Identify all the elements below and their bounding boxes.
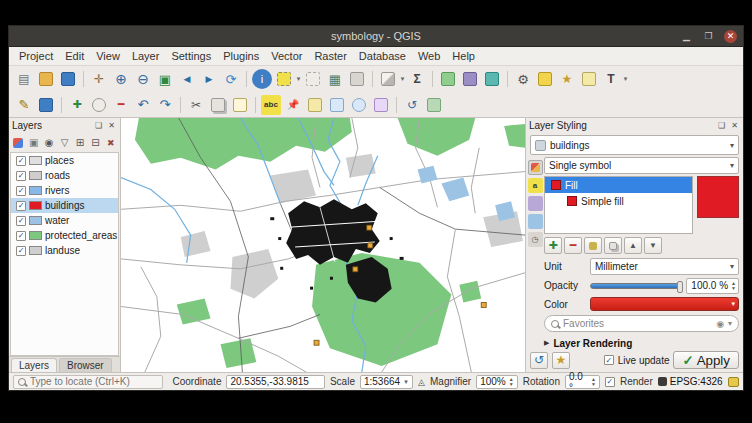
undo-icon[interactable] [133,95,153,115]
apply-button[interactable]: Apply [673,351,739,369]
unit-select[interactable]: Millimeter [590,258,739,275]
save-project-icon[interactable] [58,69,78,89]
chevron-down-icon[interactable] [403,378,409,386]
symbol-node-simple-fill[interactable]: Simple fill [545,193,692,209]
live-update-checkbox[interactable] [604,355,614,365]
chevron-down-icon[interactable]: ▾ [728,319,732,328]
remove-layer-icon[interactable] [104,135,118,151]
zoom-in-icon[interactable] [111,69,131,89]
zoom-full-icon[interactable] [155,69,175,89]
collapse-all-icon[interactable] [88,135,102,151]
python-console-icon[interactable] [535,69,555,89]
undock-panel-icon[interactable] [93,120,104,131]
menu-view[interactable]: View [90,49,126,63]
layer-row-roads[interactable]: roads [11,168,118,183]
open-attribute-table-icon[interactable] [325,69,345,89]
menu-project[interactable]: Project [13,49,59,63]
data-source-manager-icon[interactable] [482,69,502,89]
menu-database[interactable]: Database [353,49,412,63]
statistical-summary-icon[interactable]: Σ [407,69,427,89]
tab-symbology-icon[interactable] [528,160,543,175]
temporal-controller-icon[interactable] [402,95,422,115]
text-annotation-icon[interactable]: T [601,69,621,89]
close-panel-icon[interactable] [729,120,740,131]
layer-checkbox[interactable] [16,186,26,196]
layer-row-rivers[interactable]: rivers [11,183,118,198]
save-edits-icon[interactable] [36,95,56,115]
messages-icon[interactable] [728,377,739,387]
vertex-tool-icon[interactable] [89,95,109,115]
style-history-icon[interactable] [530,352,548,369]
copy-features-icon[interactable] [208,95,228,115]
layer-checkbox[interactable] [16,156,26,166]
add-group-icon[interactable] [26,135,40,151]
maximize-icon[interactable]: ❐ [702,30,715,43]
move-up-icon[interactable] [624,237,642,254]
zoom-out-icon[interactable] [133,69,153,89]
layer-row-water[interactable]: water [11,213,118,228]
undock-panel-icon[interactable] [716,120,727,131]
map-tips-icon[interactable] [579,69,599,89]
tab-layers[interactable]: Layers [11,358,57,372]
layer-rendering-section[interactable]: Layer Rendering [544,336,739,350]
favorites-search[interactable]: Favorites ◉ ▾ [544,315,739,332]
add-feature-icon[interactable] [67,95,87,115]
menu-help[interactable]: Help [446,49,481,63]
tab-history-icon[interactable]: ◷ [528,232,543,247]
menu-vector[interactable]: Vector [265,49,308,63]
rotation-spinbox[interactable]: 0.0 ° ▲▼ [565,375,600,389]
layer-checkbox[interactable] [16,216,26,226]
menu-edit[interactable]: Edit [59,49,90,63]
magnifier-spinbox[interactable]: 100% ▲▼ [476,375,518,389]
color-button[interactable] [590,297,739,311]
measure-dropdown-icon[interactable] [399,75,406,83]
pin-labels-icon[interactable] [283,95,303,115]
layer-select[interactable]: buildings [530,135,739,155]
rotate-label-icon[interactable] [349,95,369,115]
spin-arrows-icon[interactable]: ▲▼ [591,377,596,387]
layer-checkbox[interactable] [16,171,26,181]
cut-features-icon[interactable] [186,95,206,115]
opacity-slider[interactable] [590,283,682,289]
filter-legend-icon[interactable] [57,135,71,151]
layer-checkbox[interactable] [16,201,26,211]
new-project-icon[interactable] [14,69,34,89]
manage-map-themes-icon[interactable] [42,135,56,151]
menu-plugins[interactable]: Plugins [217,49,265,63]
bookmarks-icon[interactable] [557,69,577,89]
select-dropdown-icon[interactable] [295,75,302,83]
toggle-editing-icon[interactable] [14,95,34,115]
close-icon[interactable]: ✕ [724,30,737,43]
processing-toolbox-icon[interactable] [513,69,533,89]
layer-row-protected-areas[interactable]: protected_areas [11,228,118,243]
new-raster-layer-icon[interactable] [460,69,480,89]
layer-checkbox[interactable] [16,231,26,241]
field-calculator-icon[interactable] [347,69,367,89]
lock-scale-icon[interactable]: ◬ [418,377,425,387]
layer-row-buildings[interactable]: buildings [11,198,118,213]
locate-box[interactable] [13,375,163,389]
remove-symbol-layer-icon[interactable] [564,237,582,254]
tab-3d-icon[interactable] [528,214,543,229]
new-vector-layer-icon[interactable] [438,69,458,89]
menu-raster[interactable]: Raster [308,49,352,63]
layer-row-places[interactable]: places [11,153,118,168]
paste-features-icon[interactable] [230,95,250,115]
tab-browser[interactable]: Browser [59,358,112,372]
add-symbol-layer-icon[interactable] [544,237,562,254]
redo-icon[interactable] [155,95,175,115]
scale-combo[interactable]: 1:53664 [360,375,413,389]
minimize-icon[interactable]: ▁ [680,30,693,43]
close-panel-icon[interactable] [106,120,117,131]
coordinate-field[interactable]: 20.5355,-33.9815 [226,375,325,389]
open-layer-styling-icon[interactable] [11,135,25,151]
zoom-last-icon[interactable] [177,69,197,89]
symbol-node-fill[interactable]: Fill [545,177,692,193]
annotation-dropdown-icon[interactable] [622,75,629,83]
tab-labels-icon[interactable]: a [528,178,543,193]
layer-checkbox[interactable] [16,246,26,256]
lock-color-icon[interactable] [584,237,602,254]
title-bar[interactable]: symbology - QGIS ▁ ❐ ✕ [9,26,743,47]
move-down-icon[interactable] [644,237,662,254]
locate-input[interactable] [30,376,150,387]
